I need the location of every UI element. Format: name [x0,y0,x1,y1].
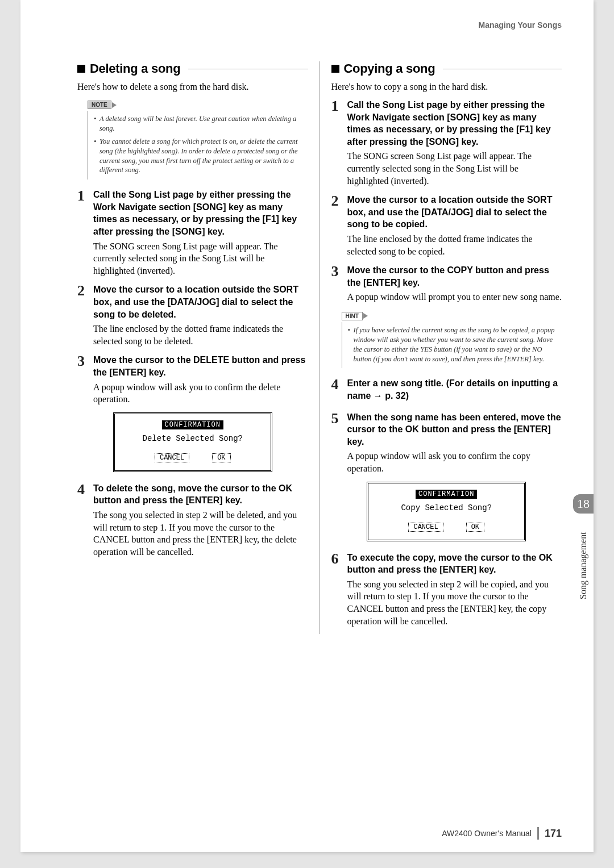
cancel-button[interactable]: CANCEL [155,453,189,462]
step-4: 4 Enter a new song title. (For details o… [331,377,562,404]
hint-callout: HINT If you have selected the current so… [335,310,562,369]
note-item: A deleted song will be lost forever. Use… [94,114,305,133]
step-3: 3 Move the cursor to the DELETE button a… [77,354,308,405]
section-title-delete: Deleting a song [77,61,308,76]
rule-line [188,69,308,69]
step-6: 6 To execute the copy, move the cursor t… [331,552,562,628]
dialog-title: CONFIRMATION [416,490,477,499]
confirmation-dialog-delete: CONFIRMATION Delete Selected Song? CANCE… [113,412,272,472]
step-heading: To execute the copy, move the cursor to … [347,552,562,576]
arrow-right-icon: → [374,391,383,400]
note-callout: NOTE A deleted song will be lost forever… [81,99,308,180]
ok-button[interactable]: OK [212,453,230,462]
dialog-title: CONFIRMATION [162,420,223,429]
step-text: A popup window will ask you to confirm t… [347,450,562,474]
step-number: 3 [331,264,343,303]
hint-label: HINT [342,312,363,320]
note-body: A deleted song will be lost forever. Use… [88,111,308,180]
hint-body: If you have selected the current song as… [342,322,562,369]
side-label: Song management [578,520,588,611]
step-text: The song you selected in step 2 will be … [93,509,308,558]
step-text: The SONG screen Song List page will appe… [347,150,562,187]
chapter-badge: 18 [573,494,594,514]
ok-button[interactable]: OK [466,523,484,532]
step-text: The line enclosed by the dotted frame in… [93,323,308,347]
step-number: 2 [331,194,343,257]
step-text: A popup window will ask you to confirm t… [93,381,308,406]
column-separator [320,61,320,634]
rule-line [443,69,562,69]
step-2: 2 Move the cursor to a location outside … [331,194,562,257]
section-title-text: Deleting a song [90,61,180,76]
right-column: Copying a song Here's how to copy a song… [331,61,562,634]
step-2: 2 Move the cursor to a location outside … [77,283,308,347]
step-number: 4 [77,482,89,558]
section-title-copy: Copying a song [331,61,562,76]
step-number: 1 [77,189,89,277]
note-label: NOTE [88,101,111,109]
dialog-message: Delete Selected Song? [115,434,271,443]
section-title-text: Copying a song [344,61,435,76]
confirmation-dialog-copy: CONFIRMATION Copy Selected Song? CANCEL … [367,482,526,541]
step-heading: Enter a new song title. (For details on … [347,377,562,402]
page-number: 171 [545,828,562,840]
dialog-message: Copy Selected Song? [368,503,524,512]
hint-item: If you have selected the current song as… [348,326,559,364]
step-5: 5 When the song name has been entered, m… [331,411,562,475]
step-number: 1 [331,99,343,187]
step-heading: Move the cursor to a location outside th… [93,283,308,320]
intro-text: Here's how to delete a song from the har… [77,82,308,92]
left-column: Deleting a song Here's how to delete a s… [77,61,308,634]
step-heading: To delete the song, move the cursor to t… [93,482,308,507]
page-footer: AW2400 Owner's Manual 171 [442,827,562,840]
step-number: 3 [77,354,89,405]
footer-divider [537,827,539,840]
manual-page: Managing Your Songs Deleting a song Here… [20,0,594,852]
step-heading: Move the cursor to a location outside th… [347,194,562,231]
step-heading: Move the cursor to the COPY button and p… [347,264,562,289]
step-1: 1 Call the Song List page by either pres… [331,99,562,187]
step-number: 2 [77,283,89,347]
step-3: 3 Move the cursor to the COPY button and… [331,264,562,303]
step-text: The line enclosed by the dotted frame in… [347,233,562,257]
step-text: A popup window will prompt you to enter … [347,291,562,303]
square-bullet-icon [77,65,85,73]
running-header: Managing Your Songs [77,20,562,30]
step-heading: When the song name has been entered, mov… [347,411,562,448]
step-heading: Move the cursor to the DELETE button and… [93,354,308,378]
step-heading: Call the Song List page by either pressi… [93,189,308,237]
side-tab: 18 Song management [573,494,594,611]
step-heading-post: p. 32) [383,391,409,400]
intro-text: Here's how to copy a song in the hard di… [331,82,562,92]
cancel-button[interactable]: CANCEL [408,523,443,532]
content-columns: Deleting a song Here's how to delete a s… [77,61,562,634]
step-1: 1 Call the Song List page by either pres… [77,189,308,277]
step-number: 5 [331,411,343,475]
note-item: You cannot delete a song for which prote… [94,137,305,176]
step-heading: Call the Song List page by either pressi… [347,99,562,148]
step-number: 6 [331,552,343,628]
step-4: 4 To delete the song, move the cursor to… [77,482,308,558]
step-number: 4 [331,377,343,404]
step-text: The song you selected in step 2 will be … [347,578,562,627]
footer-product: AW2400 Owner's Manual [442,829,532,838]
square-bullet-icon [331,65,339,73]
step-text: The SONG screen Song List page will appe… [93,240,308,277]
